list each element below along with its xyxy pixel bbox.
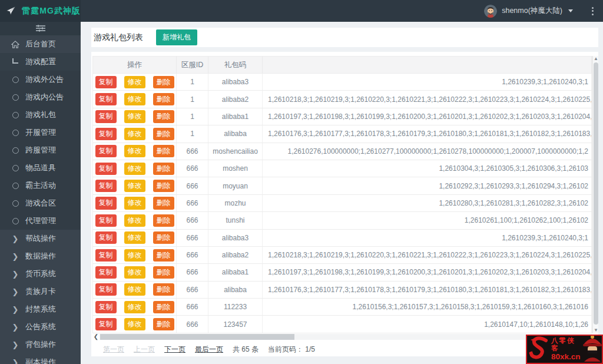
delete-button[interactable]: 删除 xyxy=(153,180,174,192)
gift-code-cell: moyuan xyxy=(208,177,263,194)
edit-button[interactable]: 修改 xyxy=(124,128,145,140)
delete-button[interactable]: 删除 xyxy=(153,163,174,175)
copy-button[interactable]: 复制 xyxy=(95,231,117,244)
pagination-first[interactable]: 第一页 xyxy=(103,345,124,355)
copy-button[interactable]: 复制 xyxy=(95,163,117,175)
gift-code-cell: alibaba xyxy=(208,125,263,142)
sidebar-item-agent-management[interactable]: 代理管理 xyxy=(0,212,81,230)
copy-button[interactable]: 复制 xyxy=(95,76,117,88)
sidebar-toggle-button[interactable] xyxy=(0,22,81,35)
table-header-row: 操作 区服ID 礼包码 xyxy=(92,56,592,74)
top-navbar: 雷霆MG武神版 shenmo(神魔大陆) xyxy=(0,0,603,22)
kebab-menu-icon[interactable] xyxy=(588,5,597,18)
server-id-cell: 666 xyxy=(177,316,208,332)
caret-down-icon[interactable] xyxy=(568,9,573,12)
delete-button[interactable]: 删除 xyxy=(153,93,174,105)
server-id-cell: 666 xyxy=(177,160,208,177)
sidebar-item-ban-system[interactable]: ❯封禁系统 xyxy=(0,300,81,318)
sidebar-item-dungeon-ops[interactable]: ❯副本操作 xyxy=(0,353,81,364)
sidebar-item-server-merge[interactable]: 游戏合区 xyxy=(0,194,81,212)
copy-button[interactable]: 复制 xyxy=(95,93,117,105)
vertical-scroll-thumb[interactable] xyxy=(594,62,598,325)
edit-button[interactable]: 修改 xyxy=(124,318,145,330)
edit-button[interactable]: 修改 xyxy=(124,231,145,244)
gift-code-cell: alibaba2 xyxy=(208,91,263,107)
gift-code-cell: alibaba3 xyxy=(208,74,263,90)
edit-button[interactable]: 修改 xyxy=(124,301,145,313)
delete-button[interactable]: 删除 xyxy=(153,318,174,330)
delete-button[interactable]: 删除 xyxy=(153,128,174,140)
username-label[interactable]: shenmo(神魔大陆) xyxy=(502,6,562,16)
sidebar-item-noble-card[interactable]: ❯贵族月卡 xyxy=(0,283,81,300)
edit-button[interactable]: 修改 xyxy=(124,249,145,262)
vertical-scrollbar[interactable]: ▲ ▼ xyxy=(592,56,598,333)
delete-button[interactable]: 删除 xyxy=(153,110,174,123)
delete-button[interactable]: 删除 xyxy=(153,214,174,227)
sidebar-item-cross-server[interactable]: 跨服管理 xyxy=(0,141,81,159)
gift-content-cell: 1,2610218,3;1,2610219,3;1,2610220,3;1,26… xyxy=(263,91,592,107)
sidebar-item-game-gift[interactable]: 游戏礼包 xyxy=(0,106,81,124)
edit-button[interactable]: 修改 xyxy=(124,283,145,296)
gift-content-cell: 1,2610176,3;1,2610177,3;1,2610178,3;1,26… xyxy=(263,282,592,298)
copy-button[interactable]: 复制 xyxy=(95,266,117,279)
sidebar-item-label: 后台首页 xyxy=(25,39,56,49)
copy-button[interactable]: 复制 xyxy=(95,197,117,209)
delete-button[interactable]: 删除 xyxy=(153,145,174,157)
sidebar-item-data-ops[interactable]: ❯数据操作 xyxy=(0,247,81,265)
copy-button[interactable]: 复制 xyxy=(95,301,117,313)
edit-button[interactable]: 修改 xyxy=(124,76,145,88)
copy-button[interactable]: 复制 xyxy=(95,110,117,123)
horizontal-scrollbar[interactable]: ❮ xyxy=(92,333,592,340)
sidebar-item-game-internal-notice[interactable]: 游戏内公告 xyxy=(0,88,81,106)
sidebar-item-guild-war[interactable]: ❯帮战操作 xyxy=(0,230,81,247)
copy-button[interactable]: 复制 xyxy=(95,318,117,330)
sidebar-item-currency-system[interactable]: ❯货币系统 xyxy=(0,265,81,283)
pagination-prev[interactable]: 上一页 xyxy=(134,345,155,355)
scroll-down-icon[interactable]: ▼ xyxy=(593,327,599,333)
delete-button[interactable]: 删除 xyxy=(153,197,174,209)
gift-table-card: 操作 区服ID 礼包码 复制 修改 删除 1 alibaba3 1,261023… xyxy=(91,52,598,356)
delete-button[interactable]: 删除 xyxy=(153,76,174,88)
delete-button[interactable]: 删除 xyxy=(153,231,174,244)
horizontal-scroll-track[interactable] xyxy=(100,334,592,340)
delete-button[interactable]: 删除 xyxy=(153,266,174,279)
edit-button[interactable]: 修改 xyxy=(124,110,145,123)
horizontal-scroll-thumb[interactable] xyxy=(100,334,294,340)
gift-content-cell: 1,2610261,100;1,2610262,100;1,26102 xyxy=(263,212,592,229)
gift-code-cell: alibaba3 xyxy=(208,230,263,246)
edit-button[interactable]: 修改 xyxy=(124,197,145,209)
sidebar-item-server-open[interactable]: 开服管理 xyxy=(0,124,81,141)
pagination-next[interactable]: 下一页 xyxy=(164,345,185,355)
sidebar-item-notice-system[interactable]: ❯公告系统 xyxy=(0,318,81,336)
edit-button[interactable]: 修改 xyxy=(124,180,145,192)
copy-button[interactable]: 复制 xyxy=(95,283,117,296)
scroll-up-icon[interactable]: ▲ xyxy=(593,56,599,62)
sidebar-item-items-props[interactable]: 物品道具 xyxy=(0,159,81,177)
delete-button[interactable]: 删除 xyxy=(153,301,174,313)
edit-button[interactable]: 修改 xyxy=(124,93,145,105)
circle-icon xyxy=(9,165,21,171)
sidebar-item-game-config[interactable]: 游戏配置 xyxy=(0,53,81,71)
copy-button[interactable]: 复制 xyxy=(95,128,117,140)
sidebar-item-boss-activity[interactable]: 霸主活动 xyxy=(0,177,81,194)
copy-button[interactable]: 复制 xyxy=(95,145,117,157)
delete-button[interactable]: 删除 xyxy=(153,249,174,262)
copy-button[interactable]: 复制 xyxy=(95,249,117,262)
sidebar-item-game-external-notice[interactable]: 游戏外公告 xyxy=(0,71,81,88)
gift-content-cell: 1,2610197,3;1,2610198,3;1,2610199,3;1,26… xyxy=(263,108,592,125)
copy-button[interactable]: 复制 xyxy=(95,214,117,227)
add-gift-button[interactable]: 新增礼包 xyxy=(156,29,197,45)
server-id-cell: 666 xyxy=(177,264,208,280)
server-id-cell: 666 xyxy=(177,247,208,263)
user-avatar[interactable] xyxy=(484,5,497,18)
edit-button[interactable]: 修改 xyxy=(124,163,145,175)
copy-button[interactable]: 复制 xyxy=(95,180,117,192)
delete-button[interactable]: 删除 xyxy=(153,283,174,296)
sidebar-item-dashboard[interactable]: 后台首页 xyxy=(0,35,81,53)
pagination-last[interactable]: 最后一页 xyxy=(195,345,223,355)
edit-button[interactable]: 修改 xyxy=(124,266,145,279)
edit-button[interactable]: 修改 xyxy=(124,214,145,227)
scroll-left-icon[interactable]: ❮ xyxy=(92,333,100,340)
edit-button[interactable]: 修改 xyxy=(124,145,145,157)
sidebar-item-backpack-ops[interactable]: ❯背包操作 xyxy=(0,336,81,353)
